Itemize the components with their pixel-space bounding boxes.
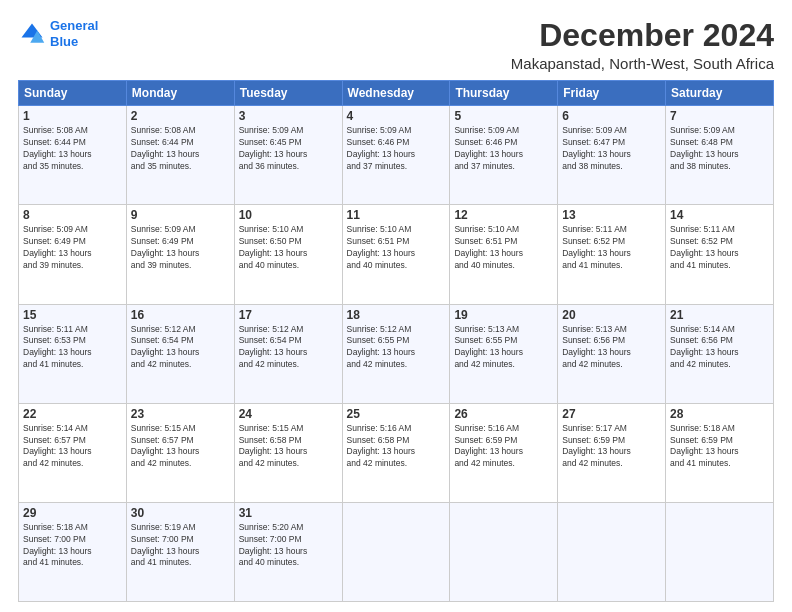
day-info: Sunrise: 5:09 AM Sunset: 6:49 PM Dayligh… (23, 224, 122, 272)
header: General Blue December 2024 Makapanstad, … (18, 18, 774, 72)
weekday-header-wednesday: Wednesday (342, 81, 450, 106)
weekday-header-saturday: Saturday (666, 81, 774, 106)
day-number: 20 (562, 308, 661, 322)
day-number: 5 (454, 109, 553, 123)
calendar-cell: 10Sunrise: 5:10 AM Sunset: 6:50 PM Dayli… (234, 205, 342, 304)
calendar-cell: 23Sunrise: 5:15 AM Sunset: 6:57 PM Dayli… (126, 403, 234, 502)
calendar-cell: 20Sunrise: 5:13 AM Sunset: 6:56 PM Dayli… (558, 304, 666, 403)
day-number: 25 (347, 407, 446, 421)
day-info: Sunrise: 5:09 AM Sunset: 6:46 PM Dayligh… (347, 125, 446, 173)
day-info: Sunrise: 5:10 AM Sunset: 6:51 PM Dayligh… (347, 224, 446, 272)
calendar-week-row: 15Sunrise: 5:11 AM Sunset: 6:53 PM Dayli… (19, 304, 774, 403)
day-number: 2 (131, 109, 230, 123)
calendar-cell: 16Sunrise: 5:12 AM Sunset: 6:54 PM Dayli… (126, 304, 234, 403)
day-info: Sunrise: 5:17 AM Sunset: 6:59 PM Dayligh… (562, 423, 661, 471)
calendar-cell: 29Sunrise: 5:18 AM Sunset: 7:00 PM Dayli… (19, 502, 127, 601)
day-info: Sunrise: 5:15 AM Sunset: 6:58 PM Dayligh… (239, 423, 338, 471)
day-info: Sunrise: 5:20 AM Sunset: 7:00 PM Dayligh… (239, 522, 338, 570)
calendar-cell: 26Sunrise: 5:16 AM Sunset: 6:59 PM Dayli… (450, 403, 558, 502)
day-number: 29 (23, 506, 122, 520)
day-number: 16 (131, 308, 230, 322)
day-info: Sunrise: 5:15 AM Sunset: 6:57 PM Dayligh… (131, 423, 230, 471)
calendar-cell: 24Sunrise: 5:15 AM Sunset: 6:58 PM Dayli… (234, 403, 342, 502)
day-info: Sunrise: 5:14 AM Sunset: 6:57 PM Dayligh… (23, 423, 122, 471)
day-info: Sunrise: 5:11 AM Sunset: 6:52 PM Dayligh… (670, 224, 769, 272)
day-number: 22 (23, 407, 122, 421)
day-number: 8 (23, 208, 122, 222)
day-info: Sunrise: 5:18 AM Sunset: 7:00 PM Dayligh… (23, 522, 122, 570)
day-number: 30 (131, 506, 230, 520)
calendar-cell (342, 502, 450, 601)
logo-icon (18, 20, 46, 48)
calendar-cell: 15Sunrise: 5:11 AM Sunset: 6:53 PM Dayli… (19, 304, 127, 403)
day-number: 19 (454, 308, 553, 322)
day-info: Sunrise: 5:13 AM Sunset: 6:55 PM Dayligh… (454, 324, 553, 372)
weekday-header-friday: Friday (558, 81, 666, 106)
logo: General Blue (18, 18, 98, 49)
day-info: Sunrise: 5:09 AM Sunset: 6:49 PM Dayligh… (131, 224, 230, 272)
day-number: 11 (347, 208, 446, 222)
day-number: 13 (562, 208, 661, 222)
day-number: 14 (670, 208, 769, 222)
calendar-cell (558, 502, 666, 601)
calendar-cell: 18Sunrise: 5:12 AM Sunset: 6:55 PM Dayli… (342, 304, 450, 403)
calendar-cell: 8Sunrise: 5:09 AM Sunset: 6:49 PM Daylig… (19, 205, 127, 304)
page: General Blue December 2024 Makapanstad, … (0, 0, 792, 612)
day-info: Sunrise: 5:16 AM Sunset: 6:58 PM Dayligh… (347, 423, 446, 471)
day-number: 3 (239, 109, 338, 123)
calendar-cell: 14Sunrise: 5:11 AM Sunset: 6:52 PM Dayli… (666, 205, 774, 304)
weekday-header-row: SundayMondayTuesdayWednesdayThursdayFrid… (19, 81, 774, 106)
calendar-cell: 17Sunrise: 5:12 AM Sunset: 6:54 PM Dayli… (234, 304, 342, 403)
day-info: Sunrise: 5:11 AM Sunset: 6:53 PM Dayligh… (23, 324, 122, 372)
day-info: Sunrise: 5:08 AM Sunset: 6:44 PM Dayligh… (131, 125, 230, 173)
calendar-cell: 9Sunrise: 5:09 AM Sunset: 6:49 PM Daylig… (126, 205, 234, 304)
day-number: 23 (131, 407, 230, 421)
calendar-table: SundayMondayTuesdayWednesdayThursdayFrid… (18, 80, 774, 602)
calendar-cell: 31Sunrise: 5:20 AM Sunset: 7:00 PM Dayli… (234, 502, 342, 601)
calendar-cell: 12Sunrise: 5:10 AM Sunset: 6:51 PM Dayli… (450, 205, 558, 304)
day-number: 17 (239, 308, 338, 322)
calendar-cell: 25Sunrise: 5:16 AM Sunset: 6:58 PM Dayli… (342, 403, 450, 502)
calendar-cell: 19Sunrise: 5:13 AM Sunset: 6:55 PM Dayli… (450, 304, 558, 403)
day-info: Sunrise: 5:16 AM Sunset: 6:59 PM Dayligh… (454, 423, 553, 471)
day-number: 21 (670, 308, 769, 322)
weekday-header-monday: Monday (126, 81, 234, 106)
calendar-week-row: 1Sunrise: 5:08 AM Sunset: 6:44 PM Daylig… (19, 106, 774, 205)
day-info: Sunrise: 5:13 AM Sunset: 6:56 PM Dayligh… (562, 324, 661, 372)
calendar-cell: 30Sunrise: 5:19 AM Sunset: 7:00 PM Dayli… (126, 502, 234, 601)
day-number: 18 (347, 308, 446, 322)
day-info: Sunrise: 5:10 AM Sunset: 6:50 PM Dayligh… (239, 224, 338, 272)
day-number: 15 (23, 308, 122, 322)
calendar-week-row: 8Sunrise: 5:09 AM Sunset: 6:49 PM Daylig… (19, 205, 774, 304)
day-info: Sunrise: 5:18 AM Sunset: 6:59 PM Dayligh… (670, 423, 769, 471)
day-info: Sunrise: 5:08 AM Sunset: 6:44 PM Dayligh… (23, 125, 122, 173)
day-number: 10 (239, 208, 338, 222)
day-info: Sunrise: 5:12 AM Sunset: 6:55 PM Dayligh… (347, 324, 446, 372)
calendar-cell: 13Sunrise: 5:11 AM Sunset: 6:52 PM Dayli… (558, 205, 666, 304)
day-info: Sunrise: 5:14 AM Sunset: 6:56 PM Dayligh… (670, 324, 769, 372)
day-number: 24 (239, 407, 338, 421)
logo-text: General Blue (50, 18, 98, 49)
weekday-header-thursday: Thursday (450, 81, 558, 106)
day-number: 12 (454, 208, 553, 222)
calendar-cell: 11Sunrise: 5:10 AM Sunset: 6:51 PM Dayli… (342, 205, 450, 304)
subtitle: Makapanstad, North-West, South Africa (511, 55, 774, 72)
day-number: 31 (239, 506, 338, 520)
day-info: Sunrise: 5:09 AM Sunset: 6:45 PM Dayligh… (239, 125, 338, 173)
calendar-cell: 27Sunrise: 5:17 AM Sunset: 6:59 PM Dayli… (558, 403, 666, 502)
title-block: December 2024 Makapanstad, North-West, S… (511, 18, 774, 72)
day-info: Sunrise: 5:11 AM Sunset: 6:52 PM Dayligh… (562, 224, 661, 272)
day-number: 4 (347, 109, 446, 123)
day-number: 1 (23, 109, 122, 123)
day-info: Sunrise: 5:12 AM Sunset: 6:54 PM Dayligh… (131, 324, 230, 372)
day-info: Sunrise: 5:09 AM Sunset: 6:48 PM Dayligh… (670, 125, 769, 173)
weekday-header-sunday: Sunday (19, 81, 127, 106)
calendar-cell: 4Sunrise: 5:09 AM Sunset: 6:46 PM Daylig… (342, 106, 450, 205)
day-number: 26 (454, 407, 553, 421)
weekday-header-tuesday: Tuesday (234, 81, 342, 106)
day-info: Sunrise: 5:10 AM Sunset: 6:51 PM Dayligh… (454, 224, 553, 272)
calendar-week-row: 22Sunrise: 5:14 AM Sunset: 6:57 PM Dayli… (19, 403, 774, 502)
calendar-cell: 22Sunrise: 5:14 AM Sunset: 6:57 PM Dayli… (19, 403, 127, 502)
calendar-cell: 5Sunrise: 5:09 AM Sunset: 6:46 PM Daylig… (450, 106, 558, 205)
calendar-cell: 21Sunrise: 5:14 AM Sunset: 6:56 PM Dayli… (666, 304, 774, 403)
